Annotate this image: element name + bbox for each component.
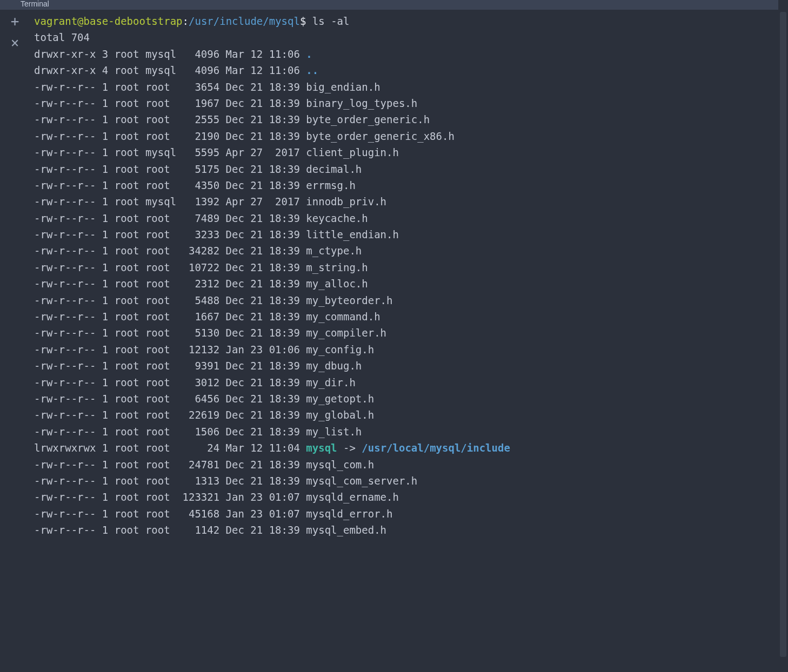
- ls-row: lrwxrwxrwx 1 root root 24 Mar 12 11:04 m…: [34, 440, 778, 456]
- ls-row: -rw-r--r-- 1 root root 45168 Jan 23 01:0…: [34, 506, 778, 522]
- ls-row: -rw-r--r-- 1 root root 9391 Dec 21 18:39…: [34, 358, 778, 374]
- ls-row: -rw-r--r-- 1 root root 123321 Jan 23 01:…: [34, 489, 778, 505]
- entry-name: my_command.h: [306, 311, 380, 322]
- entry-name: little_endian.h: [306, 229, 399, 240]
- ls-row: -rw-r--r-- 1 root mysql 1392 Apr 27 2017…: [34, 193, 778, 210]
- scrollbar-thumb[interactable]: [780, 12, 786, 657]
- entry-name: mysql: [306, 442, 337, 454]
- entry-name: mysql_embed.h: [306, 524, 386, 536]
- ls-row: -rw-r--r-- 1 root root 3233 Dec 21 18:39…: [34, 226, 778, 243]
- entry-name: mysqld_error.h: [306, 508, 392, 520]
- ls-row: -rw-r--r-- 1 root root 2312 Dec 21 18:39…: [34, 275, 778, 292]
- terminal-output: vagrant@base-debootstrap:/usr/include/my…: [34, 13, 778, 539]
- prompt-line: vagrant@base-debootstrap:/usr/include/my…: [34, 13, 778, 29]
- entry-name: m_string.h: [306, 261, 368, 273]
- entry-name: mysqld_ername.h: [306, 491, 399, 503]
- entry-name: my_dbug.h: [306, 360, 362, 372]
- ls-row: -rw-r--r-- 1 root root 5130 Dec 21 18:39…: [34, 325, 778, 341]
- ls-row: -rw-r--r-- 1 root root 2555 Dec 21 18:39…: [34, 111, 778, 127]
- entry-name: my_dir.h: [306, 377, 356, 388]
- terminal-viewport[interactable]: vagrant@base-debootstrap:/usr/include/my…: [30, 0, 778, 672]
- ls-row: drwxr-xr-x 3 root mysql 4096 Mar 12 11:0…: [34, 46, 778, 62]
- entry-name: my_global.h: [306, 409, 374, 421]
- ls-row: -rw-r--r-- 1 root root 4350 Dec 21 18:39…: [34, 177, 778, 193]
- entry-name: my_byteorder.h: [306, 294, 392, 306]
- tab-gutter: + ×: [0, 0, 30, 672]
- entry-name: keycache.h: [306, 212, 368, 224]
- ls-row: -rw-r--r-- 1 root root 34282 Dec 21 18:3…: [34, 243, 778, 259]
- entry-name: my_list.h: [306, 426, 362, 438]
- entry-name: mysql_com.h: [306, 459, 374, 471]
- total-line: total 704: [34, 29, 778, 45]
- ls-row: -rw-r--r-- 1 root root 7489 Dec 21 18:39…: [34, 210, 778, 226]
- entry-name: innodb_priv.h: [306, 196, 386, 207]
- window-title: Terminal: [21, 0, 49, 10]
- entry-name: .: [306, 48, 312, 60]
- ls-row: -rw-r--r-- 1 root root 3012 Dec 21 18:39…: [34, 374, 778, 391]
- entry-name: mysql_com_server.h: [306, 475, 417, 487]
- entry-name: my_getopt.h: [306, 393, 374, 405]
- prompt-path: /usr/include/mysql: [189, 15, 300, 27]
- ls-row: -rw-r--r-- 1 root root 1967 Dec 21 18:39…: [34, 95, 778, 111]
- entry-name: byte_order_generic.h: [306, 113, 430, 125]
- entry-name: my_config.h: [306, 344, 374, 355]
- ls-row: -rw-r--r-- 1 root root 1667 Dec 21 18:39…: [34, 308, 778, 325]
- ls-row: -rw-r--r-- 1 root root 5175 Dec 21 18:39…: [34, 161, 778, 177]
- scrollbar-track[interactable]: [778, 0, 788, 672]
- ls-row: -rw-r--r-- 1 root root 12132 Jan 23 01:0…: [34, 341, 778, 358]
- ls-row: -rw-r--r-- 1 root root 3654 Dec 21 18:39…: [34, 79, 778, 95]
- entry-name: big_endian.h: [306, 81, 380, 93]
- ls-row: -rw-r--r-- 1 root root 2190 Dec 21 18:39…: [34, 128, 778, 144]
- entry-name: errmsg.h: [306, 179, 356, 191]
- entry-name: m_ctype.h: [306, 245, 362, 257]
- ls-row: -rw-r--r-- 1 root root 6456 Dec 21 18:39…: [34, 391, 778, 407]
- titlebar: Terminal: [0, 0, 788, 10]
- ls-row: -rw-r--r-- 1 root mysql 5595 Apr 27 2017…: [34, 144, 778, 160]
- entry-name: ..: [306, 64, 318, 76]
- entry-name: client_plugin.h: [306, 146, 399, 158]
- prompt-command: ls -al: [312, 15, 350, 27]
- ls-row: -rw-r--r-- 1 root root 1313 Dec 21 18:39…: [34, 473, 778, 489]
- entry-name: my_alloc.h: [306, 278, 368, 290]
- ls-row: -rw-r--r-- 1 root root 24781 Dec 21 18:3…: [34, 456, 778, 473]
- entry-name: decimal.h: [306, 163, 362, 175]
- entry-name: my_compiler.h: [306, 327, 386, 339]
- ls-row: -rw-r--r-- 1 root root 1142 Dec 21 18:39…: [34, 522, 778, 538]
- ls-row: -rw-r--r-- 1 root root 10722 Dec 21 18:3…: [34, 259, 778, 275]
- ls-row: drwxr-xr-x 4 root mysql 4096 Mar 12 11:0…: [34, 62, 778, 78]
- new-tab-icon[interactable]: +: [9, 15, 21, 27]
- ls-row: -rw-r--r-- 1 root root 1506 Dec 21 18:39…: [34, 424, 778, 440]
- ls-row: -rw-r--r-- 1 root root 22619 Dec 21 18:3…: [34, 407, 778, 423]
- symlink-target: /usr/local/mysql/include: [362, 442, 510, 454]
- entry-name: byte_order_generic_x86.h: [306, 130, 455, 142]
- app-root: + × vagrant@base-debootstrap:/usr/includ…: [0, 0, 788, 672]
- prompt-user: vagrant@base-debootstrap: [34, 15, 183, 27]
- entry-name: binary_log_types.h: [306, 97, 417, 109]
- close-tab-icon[interactable]: ×: [9, 37, 21, 49]
- prompt-sigil: $: [300, 15, 306, 27]
- ls-row: -rw-r--r-- 1 root root 5488 Dec 21 18:39…: [34, 292, 778, 308]
